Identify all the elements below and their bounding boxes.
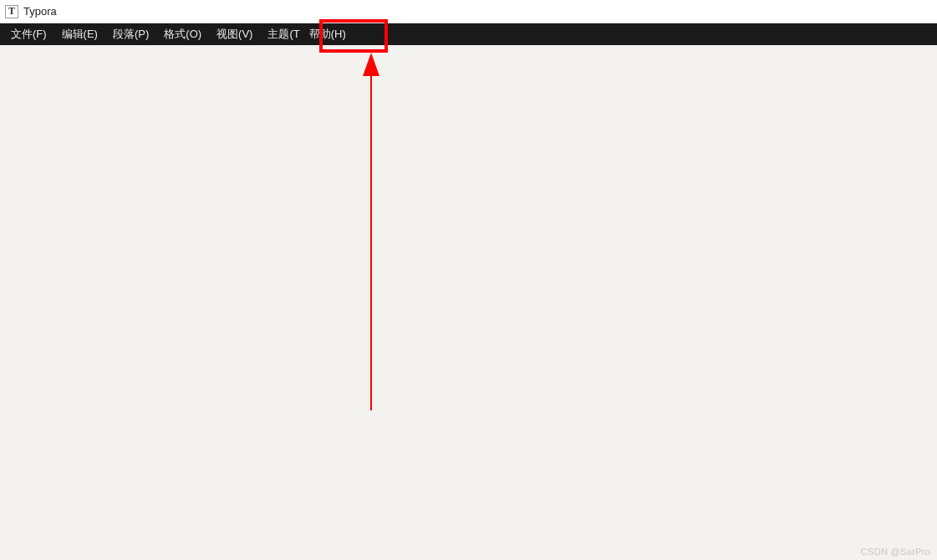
menu-help[interactable]: 帮助(H) — [302, 23, 354, 45]
menu-file[interactable]: 文件(F) — [3, 23, 54, 45]
menu-format[interactable]: 格式(O) — [156, 23, 209, 45]
menu-bar: 文件(F) 编辑(E) 段落(P) 格式(O) 视图(V) 主题(T 帮助(H) — [0, 23, 937, 45]
watermark-text: CSDN @SarPro — [861, 547, 930, 557]
menu-edit[interactable]: 编辑(E) — [54, 23, 105, 45]
menu-paragraph[interactable]: 段落(P) — [105, 23, 156, 45]
app-icon: T — [5, 5, 18, 18]
menu-theme[interactable]: 主题(T — [260, 23, 301, 45]
title-bar: T Typora — [0, 0, 937, 23]
editor-area[interactable] — [0, 45, 937, 560]
app-title: Typora — [23, 5, 57, 18]
menu-view[interactable]: 视图(V) — [209, 23, 260, 45]
